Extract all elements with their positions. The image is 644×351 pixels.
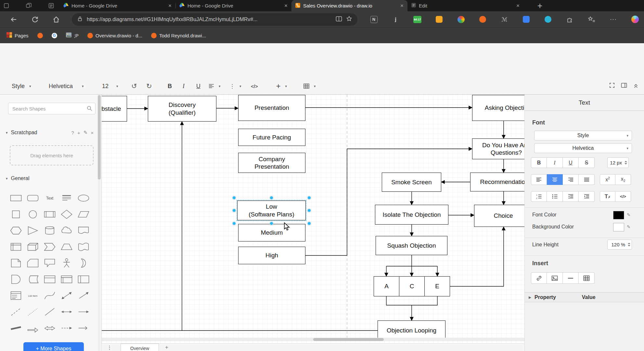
diagram-node-obstacle[interactable]: Obstacle [102,96,127,122]
diagram-node-smoke-screen[interactable]: Smoke Screen [382,173,441,192]
insert-image-button[interactable] [547,272,563,284]
shape-ellipse[interactable] [75,190,92,206]
shape-triangle[interactable] [24,222,41,239]
diagram-node-do-you-have-questions[interactable]: Do You Have Any Questions? [472,138,524,159]
favorite-star-icon[interactable] [346,16,352,23]
shape-cloud[interactable] [58,222,75,239]
tab-close-icon[interactable]: × [516,3,520,8]
node-cell[interactable]: E [424,277,450,296]
selection-handle[interactable] [307,222,311,225]
selection-handle[interactable] [307,209,311,212]
page-tab[interactable]: Overview [121,344,159,351]
numbered-list-button[interactable]: 12 [531,191,547,202]
shape-document[interactable] [75,222,92,239]
selection-handle[interactable] [270,196,273,200]
shape-actor[interactable] [58,255,75,271]
bookmark-6[interactable]: Todd Reynold.drawi... [151,33,206,38]
diagram-node-asking-objection[interactable]: Asking Objection [472,95,524,121]
diagram-node-presentation[interactable]: Presentation [238,95,305,121]
insert-link-button[interactable] [531,272,547,284]
html-code-button[interactable]: </> [615,191,631,202]
insert-dropdown[interactable]: +▾ [276,78,287,94]
bold-button[interactable]: B [168,78,172,94]
italic-button[interactable]: I [183,78,185,94]
browser-tab-4[interactable]: Edit× [407,0,523,11]
shape-curve[interactable] [41,287,58,304]
shape-angle-arrow[interactable] [75,320,92,336]
window-icon[interactable] [3,3,9,9]
browser-tab-3[interactable]: Sales Overview.drawio - draw.io× [291,0,407,11]
stepper-arrows[interactable] [625,158,627,168]
redo-button[interactable]: ↻ [146,78,152,94]
diagram-node-isolate-the-objection[interactable]: Isolate The Objection [375,205,448,225]
format-panel-toggle-icon[interactable] [621,83,627,90]
bookmark-2[interactable] [37,33,43,38]
shape-internal-storage[interactable] [7,239,24,255]
background-color-swatch[interactable] [613,223,624,231]
shape-bidirectional-arrow[interactable] [58,287,75,304]
style-dropdown[interactable]: Style▾ [12,78,31,94]
insert-table-button[interactable] [579,272,595,284]
insert-rule-button[interactable] [563,272,579,284]
undo-button[interactable]: ↺ [131,78,137,94]
shape-cube[interactable] [24,239,41,255]
node-cell[interactable]: A [374,277,399,296]
close-icon[interactable]: × [91,130,94,136]
extension-chrome-colors-icon[interactable] [457,15,465,23]
align-right-button[interactable] [563,174,579,185]
diagram-node-squash-objection[interactable]: Squash Objection [376,236,447,255]
shape-data-storage[interactable] [24,271,41,287]
shape-circle[interactable] [24,206,41,222]
align-left-button[interactable] [531,174,547,185]
diagram-canvas[interactable]: ObstacleDiscovery (Qualifier)Presentatio… [102,95,524,351]
shape-dashed-connector[interactable] [58,320,75,336]
extension-green-timer-icon[interactable]: 64:17 [413,15,421,23]
italic-button[interactable]: I [547,157,563,168]
superscript-button[interactable]: x2 [600,174,615,185]
url-text[interactable]: https://app.diagrams.net/#G1HIMnqUylfxx8… [87,17,332,22]
diagram-node-discovery-qualifier[interactable]: Discovery (Qualifier) [148,96,216,122]
shape-rounded-rectangle[interactable] [24,190,41,206]
extension-puzzle-icon[interactable] [566,15,574,23]
font-color-swatch[interactable] [613,211,624,219]
home-button[interactable] [52,16,60,23]
diagram-node-choice[interactable]: Choice [474,205,524,227]
shape-horizontal-arrow[interactable] [24,320,41,336]
extension-favorites-bar-icon[interactable] [587,15,596,23]
diagram-node-medium[interactable]: Medium [238,224,305,241]
diagram-node-ace-split[interactable]: ACE [374,276,450,296]
shape-callout[interactable] [41,255,58,271]
sidebar-scrollbar[interactable] [98,95,101,351]
add-icon[interactable]: + [77,130,80,136]
diagram-node-low-software-plans[interactable]: Low (Software Plans) [237,201,306,220]
shape-or[interactable] [75,255,92,271]
shape-text[interactable]: Text [41,190,58,206]
search-input[interactable] [8,103,96,114]
diagram-node-company-presentation[interactable]: Company Presentation [238,153,305,173]
diagram-node-high[interactable]: High [238,247,305,264]
back-button[interactable] [10,16,18,23]
help-icon[interactable]: ? [71,130,74,136]
font-family-select[interactable]: Helvetica▾ [534,143,632,153]
shape-square[interactable] [7,206,24,222]
extension-orange-square-icon[interactable] [435,15,443,23]
shape-note[interactable] [7,255,24,271]
shape-cylinder[interactable] [41,222,58,239]
tab-text[interactable]: Text [579,99,590,106]
tab-list-icon[interactable] [48,3,54,9]
workspaces-icon[interactable] [26,3,32,9]
shape-textbox[interactable] [58,190,75,206]
shape-vertical-container[interactable] [58,271,75,287]
extension-more-menu-icon[interactable]: ··· [609,15,617,23]
selection-handle[interactable] [232,209,236,212]
selection-handle[interactable] [232,196,236,200]
expand-arrow-icon[interactable]: ▸ [529,294,531,300]
bold-button[interactable]: B [531,157,547,168]
selection-handle[interactable] [232,222,236,225]
shape-double-arrow[interactable] [41,320,58,336]
shape-directional-connector[interactable] [75,304,92,320]
outdent-button[interactable] [563,191,579,202]
shape-and[interactable] [7,271,24,287]
edit-pencil-icon[interactable]: ✎ [627,224,631,229]
selection-handle[interactable] [307,196,311,200]
